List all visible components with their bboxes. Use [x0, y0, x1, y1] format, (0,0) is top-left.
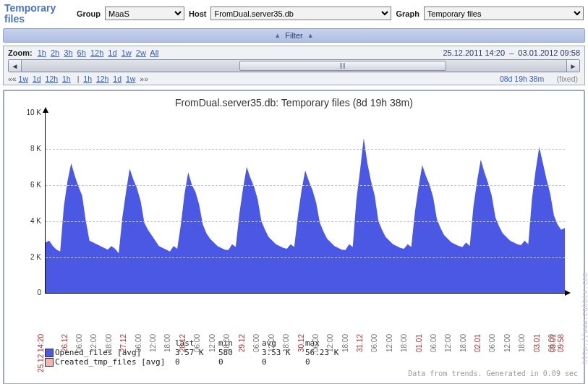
- x-tick: 18:00: [459, 334, 467, 352]
- legend-row: Created_tmp_files [avg]0000: [45, 357, 578, 367]
- y-tick: 0: [37, 289, 41, 296]
- graph-label: Graph: [396, 9, 419, 18]
- host-label: Host: [189, 9, 206, 18]
- graph-select[interactable]: Temporary files: [424, 7, 584, 20]
- zoom-link[interactable]: 1h: [38, 48, 46, 57]
- x-tick: 31.12: [356, 334, 364, 352]
- x-tick: 03.01: [533, 334, 541, 352]
- y-tick: 2 K: [30, 253, 41, 261]
- group-label: Group: [77, 9, 101, 18]
- footer-note: Data from trends. Generated in 0.09 sec: [10, 370, 578, 377]
- zoom-links: Zoom: 1h 2h 3h 6h 12h 1d 1w 2w All: [8, 48, 161, 57]
- x-tick: 12:00: [208, 334, 216, 352]
- x-tick: 18:00: [518, 334, 526, 352]
- y-tick: 6 K: [30, 181, 41, 189]
- shift-link[interactable]: 12h: [46, 74, 59, 83]
- x-tick: 18:00: [282, 334, 290, 352]
- x-tick: 01.01: [415, 334, 423, 352]
- y-tick: 10 K: [26, 108, 41, 116]
- zoom-link[interactable]: 6h: [77, 48, 86, 57]
- range-start: 25.12.2011 14:20: [443, 48, 505, 57]
- zoom-link[interactable]: 2h: [51, 48, 59, 57]
- x-tick: 18:00: [341, 334, 349, 352]
- zoom-label: Zoom:: [8, 48, 33, 57]
- watermark: http://www.zabbix.com: [581, 273, 588, 364]
- zoom-link[interactable]: 3h: [64, 48, 72, 57]
- range-end: 03.01.2012 09:58: [518, 48, 580, 57]
- x-tick: 12:00: [444, 334, 452, 352]
- scroll-right-icon[interactable]: ►: [566, 60, 579, 72]
- host-select[interactable]: FromDual.server35.db: [210, 7, 391, 20]
- chevron-up-icon: ▲: [274, 32, 281, 39]
- y-tick: 8 K: [30, 145, 41, 153]
- x-tick: 12:00: [149, 334, 157, 352]
- x-tick: 06:00: [193, 334, 201, 352]
- shift-link[interactable]: 12h: [96, 74, 109, 83]
- shift-link[interactable]: 1d: [113, 74, 122, 83]
- zoom-link[interactable]: 12h: [90, 48, 103, 57]
- chart-plot: 02 K4 K6 K8 K10 K: [45, 113, 565, 294]
- zoom-link[interactable]: 2w: [136, 48, 146, 57]
- x-tick: 18:00: [400, 334, 408, 352]
- filter-bar[interactable]: ▲ Filter ▲: [3, 28, 585, 43]
- x-tick: 06:00: [312, 334, 320, 352]
- shift-link[interactable]: 1w: [19, 74, 28, 83]
- chart-title: FromDual.server35.db: Temporary files (8…: [10, 97, 578, 108]
- x-tick: 30.12: [297, 334, 305, 352]
- x-tick: 03.01 09:58: [549, 334, 565, 352]
- x-tick: 26.12: [61, 334, 69, 352]
- x-tick: 18:00: [163, 334, 171, 352]
- legend-swatch: [45, 358, 54, 367]
- zoom-link[interactable]: 1w: [122, 48, 132, 57]
- x-tick: 28.12: [179, 334, 187, 352]
- shift-left-links: «« 1w 1d 12h 1h | 1h 12h 1d 1w »»: [8, 74, 148, 83]
- shift-link[interactable]: 1h: [83, 74, 92, 83]
- x-tick: 18:00: [105, 334, 113, 352]
- x-tick: 06:00: [75, 334, 83, 352]
- x-tick: 06:00: [370, 334, 378, 352]
- time-selector: Zoom: 1h 2h 3h 6h 12h 1d 1w 2w All 25.12…: [3, 46, 585, 85]
- x-tick: 12:00: [90, 334, 98, 352]
- x-tick: 06:00: [135, 334, 142, 352]
- scroll-left-icon[interactable]: ◄: [9, 60, 22, 72]
- x-tick: 06:00: [252, 334, 260, 352]
- shift-link[interactable]: 1d: [33, 74, 41, 83]
- x-tick: 29.12: [238, 334, 246, 352]
- x-tick: 06:00: [430, 334, 438, 352]
- chart-panel: FromDual.server35.db: Temporary files (8…: [3, 90, 585, 384]
- page-title: Temporaryfiles: [4, 3, 72, 24]
- x-tick: 25.12 14:20: [37, 334, 45, 372]
- time-scrollbar[interactable]: ◄ ►: [8, 59, 580, 72]
- x-tick: 12:00: [326, 334, 334, 352]
- fixed-label: (fixed): [557, 74, 578, 83]
- chevron-up-icon: ▲: [307, 32, 314, 39]
- x-tick: 12:00: [385, 334, 393, 352]
- legend-swatch: [45, 349, 54, 357]
- x-tick: 06:00: [488, 334, 496, 352]
- shift-link[interactable]: 1h: [62, 74, 71, 83]
- y-tick: 4 K: [30, 217, 41, 225]
- zoom-link[interactable]: 1d: [108, 48, 116, 57]
- group-select[interactable]: MaaS: [105, 7, 184, 20]
- x-tick: 12:00: [503, 334, 511, 352]
- x-tick: 18:00: [223, 334, 231, 352]
- x-tick: 27.12: [119, 334, 127, 352]
- span-label: 08d 19h 38m: [500, 74, 544, 83]
- shift-link[interactable]: 1w: [126, 74, 135, 83]
- x-tick: 02.01: [474, 334, 482, 352]
- x-tick: 12:00: [268, 334, 276, 352]
- filter-label: Filter: [285, 31, 302, 40]
- zoom-link[interactable]: All: [150, 48, 158, 57]
- scroll-thumb[interactable]: [239, 61, 446, 71]
